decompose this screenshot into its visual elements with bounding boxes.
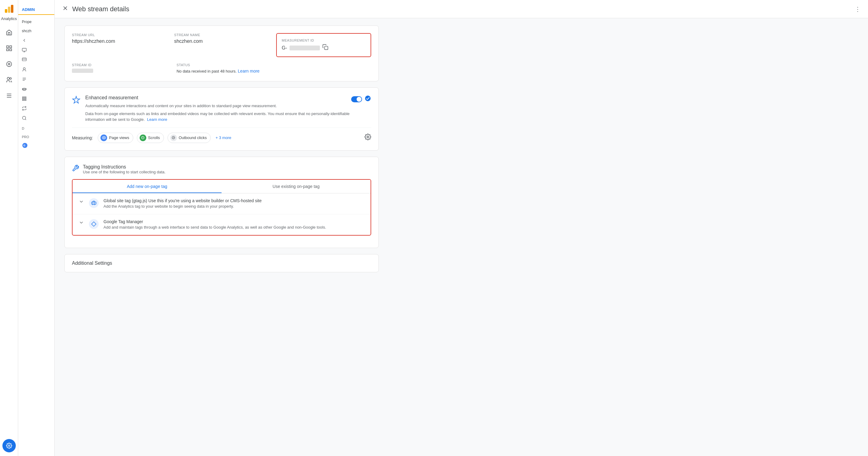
tabs-row: Add new on-page tag Use existing on-page… [72,180,371,193]
svg-point-38 [367,136,369,138]
additional-settings-title: Additional Settings [72,261,371,266]
gtm-content: Google Tag Manager Add and maintain tags… [103,219,326,230]
status-learn-more[interactable]: Learn more [238,69,260,73]
tagging-header: Tagging Instructions Use one of the foll… [72,164,371,174]
gtm-option[interactable]: Google Tag Manager Add and maintain tags… [72,214,371,235]
admin-icon-row-7[interactable] [18,103,54,113]
svg-point-26 [23,116,26,120]
sidebar-item-home[interactable] [2,26,16,39]
svg-point-14 [8,445,10,447]
enhanced-content: Enhanced measurement Automatically measu… [85,95,351,123]
wrench-icon [72,164,79,174]
tab-add-new-label: Add new on-page tag [127,184,167,189]
additional-settings-card: Additional Settings [64,254,379,272]
svg-rect-32 [325,47,328,50]
tab-add-new-tag[interactable]: Add new on-page tag [72,180,222,193]
admin-property-item[interactable]: Prope [18,17,54,26]
admin-icon-row-6[interactable] [18,94,54,103]
tagging-card: Tagging Instructions Use one of the foll… [64,157,379,248]
top-bar-left: Web stream details [62,5,129,13]
admin-icon-row-1[interactable] [18,45,54,55]
admin-icon-row-2[interactable] [18,55,54,65]
global-site-tag-option[interactable]: Global site tag (gtag.js) Use this if yo… [72,193,371,214]
sidebar-item-lists[interactable] [2,89,16,102]
admin-section-pro: PRO [18,131,54,140]
tagging-title-group: Tagging Instructions Use one of the foll… [83,164,165,174]
tagging-title: Tagging Instructions [83,164,165,170]
gtag-title-text: Global site tag (gtag.js) [103,198,147,203]
stream-info-card: STREAM URL https://shczhen.com STREAM NA… [64,26,379,81]
expand-gtm-icon [79,220,84,227]
measuring-label: Measuring: [72,135,93,140]
enhanced-header-row: Enhanced measurement Automatically measu… [72,95,371,123]
more-options-button[interactable]: ⋮ [855,5,861,13]
more-chips-link[interactable]: + 3 more [215,135,231,140]
enhanced-learn-more[interactable]: Learn more [147,117,167,122]
admin-icon-row-4[interactable] [18,74,54,84]
svg-point-7 [6,62,11,67]
admin-section-d: D [18,123,54,131]
stream-url-label: STREAM URL [72,33,167,37]
measurement-id-value: G- [282,44,366,52]
stream-id-redacted [72,69,93,73]
svg-rect-15 [22,48,26,51]
chip-page-views-label: Page views [109,135,129,140]
gtag-title-suffix: Use this if you're using a website build… [148,198,261,203]
svg-rect-3 [6,46,8,48]
svg-point-20 [23,68,26,70]
content-area: STREAM URL https://shczhen.com STREAM NA… [55,18,389,280]
chip-outbound-clicks[interactable]: Outbound clicks [167,133,211,143]
stream-secondary-grid: STREAM ID STATUS No data received in pas… [72,63,371,74]
enhanced-toggle[interactable] [351,96,362,102]
admin-icon-row-8[interactable] [18,113,54,123]
stream-id-label: STREAM ID [72,63,169,67]
admin-property-sub[interactable]: shczh [18,26,54,35]
admin-back-button[interactable] [18,35,54,45]
toggle-check-icon [365,95,371,103]
tab-use-existing-label: Use existing on-page tag [273,184,319,189]
enhanced-measurement-card: Enhanced measurement Automatically measu… [64,87,379,151]
enhanced-settings-icon[interactable] [365,133,371,142]
stream-name-value: shczhen.com [174,38,269,44]
gtag-desc: Add the Analytics tag to your website to… [103,204,261,209]
status-field: STATUS No data received in past 48 hours… [177,63,371,74]
main-content: Web stream details ⋮ STREAM URL https://… [55,0,868,456]
enhanced-desc2: Data from on-page elements such as links… [85,111,351,123]
top-bar: Web stream details ⋮ [55,0,868,18]
sparkle-icon [72,96,81,106]
tab-use-existing-tag[interactable]: Use existing on-page tag [222,180,371,193]
gtm-desc: Add and maintain tags through a web inte… [103,225,326,230]
sidebar-item-audience[interactable] [2,73,16,87]
measurement-id-label: MEASUREMENT ID [282,38,366,42]
sidebar-nav [0,26,18,102]
sidebar-item-explore[interactable] [2,57,16,71]
admin-google-icon[interactable]: G [18,140,54,151]
gtm-icon [89,219,99,229]
page-title: Web stream details [72,5,129,13]
stream-id-field: STREAM ID [72,63,169,74]
close-button[interactable] [62,5,69,13]
settings-button[interactable] [2,439,16,452]
admin-icon-row-3[interactable] [18,65,54,74]
svg-point-8 [8,63,10,65]
measuring-row: Measuring: Page views Scrolls [72,127,371,143]
chip-scrolls-label: Scrolls [148,135,160,140]
sidebar: Analytics [0,0,18,456]
svg-rect-1 [8,7,10,13]
admin-panel: ADMIN Prope shczh D PRO G [18,0,55,456]
expand-gtag-icon [79,199,84,206]
svg-rect-4 [9,46,11,48]
chip-scrolls[interactable]: Scrolls [137,133,164,143]
sidebar-item-reports[interactable] [2,41,16,55]
outbound-icon [170,134,177,141]
measurement-id-prefix: G- [282,45,287,51]
svg-point-35 [103,137,104,138]
measurement-id-redacted [289,45,320,51]
svg-point-34 [365,96,371,101]
copy-icon[interactable] [322,44,329,52]
stream-name-label: STREAM NAME [174,33,269,37]
admin-icon-row-5[interactable] [18,84,54,94]
chip-page-views[interactable]: Page views [98,133,133,143]
svg-rect-0 [5,9,7,13]
svg-rect-5 [9,49,11,51]
